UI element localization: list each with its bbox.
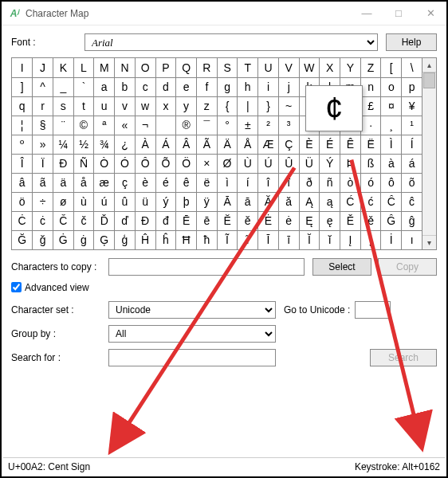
- grid-cell[interactable]: ĩ: [238, 230, 258, 249]
- grid-cell[interactable]: j: [278, 77, 299, 96]
- grid-cell[interactable]: À: [135, 135, 155, 154]
- grid-cell[interactable]: ¥: [402, 96, 422, 116]
- grid-cell[interactable]: ¨: [53, 116, 73, 135]
- grid-cell[interactable]: O: [135, 58, 155, 77]
- grid-cell[interactable]: y: [176, 96, 197, 116]
- grid-cell[interactable]: w: [135, 96, 155, 116]
- grid-cell[interactable]: Ô: [135, 154, 155, 173]
- grid-cell[interactable]: à: [381, 154, 402, 173]
- grid-cell[interactable]: }: [258, 96, 279, 116]
- grid-cell[interactable]: ę: [320, 211, 340, 230]
- grid-cell[interactable]: Ď: [94, 211, 115, 230]
- grid-cell[interactable]: û: [115, 192, 136, 211]
- grid-cell[interactable]: ò: [340, 173, 361, 192]
- grid-cell[interactable]: Á: [155, 135, 176, 154]
- grid-cell[interactable]: h: [238, 77, 258, 96]
- grid-cell[interactable]: Ġ: [53, 230, 73, 249]
- grid-cell[interactable]: ·: [360, 116, 381, 135]
- scroll-track[interactable]: [422, 72, 436, 235]
- grid-cell[interactable]: K: [53, 58, 73, 77]
- grid-cell[interactable]: Ċ: [12, 211, 33, 230]
- grid-scrollbar[interactable]: ▴ ▾: [422, 58, 437, 250]
- grid-cell[interactable]: ó: [360, 173, 381, 192]
- grid-cell[interactable]: u: [94, 96, 115, 116]
- grid-cell[interactable]: Ā: [217, 192, 238, 211]
- grid-cell[interactable]: é: [155, 173, 176, 192]
- grid-cell[interactable]: ü: [135, 192, 155, 211]
- grid-cell[interactable]: º: [12, 135, 33, 154]
- grid-cell[interactable]: J: [33, 58, 53, 77]
- grid-cell[interactable]: q: [12, 96, 33, 116]
- grid-cell[interactable]: °: [217, 116, 238, 135]
- grid-cell[interactable]: Ü: [299, 154, 320, 173]
- grid-cell[interactable]: Ĭ: [299, 230, 320, 249]
- minimize-button[interactable]: —: [351, 2, 383, 25]
- grid-cell[interactable]: Ğ: [12, 230, 33, 249]
- grid-cell[interactable]: î: [258, 173, 279, 192]
- characters-to-copy-input[interactable]: [108, 258, 305, 276]
- grid-cell[interactable]: Í: [402, 135, 422, 154]
- font-select[interactable]: Arial: [84, 33, 378, 51]
- grid-cell[interactable]: ç: [115, 173, 136, 192]
- grid-cell[interactable]: Å: [238, 135, 258, 154]
- grid-cell[interactable]: _: [53, 77, 73, 96]
- grid-cell[interactable]: Ą: [299, 192, 320, 211]
- grid-cell[interactable]: Ģ: [94, 230, 115, 249]
- grid-cell[interactable]: Ĉ: [381, 192, 402, 211]
- grid-cell[interactable]: â: [12, 173, 33, 192]
- grid-cell[interactable]: Ĝ: [381, 211, 402, 230]
- grid-cell[interactable]: İ: [381, 230, 402, 249]
- grid-cell[interactable]: Õ: [155, 154, 176, 173]
- grid-cell[interactable]: Ã: [196, 135, 217, 154]
- grid-cell[interactable]: į: [360, 230, 381, 249]
- search-button[interactable]: Search: [370, 349, 437, 366]
- grid-cell[interactable]: ð: [299, 173, 320, 192]
- advanced-view-checkbox[interactable]: Advanced view: [11, 282, 437, 293]
- grid-cell[interactable]: Ĩ: [217, 230, 238, 249]
- grid-cell[interactable]: ÿ: [196, 192, 217, 211]
- grid-cell[interactable]: á: [402, 154, 422, 173]
- grid-cell[interactable]: ê: [176, 173, 197, 192]
- grid-cell[interactable]: ¤: [381, 96, 402, 116]
- grid-cell[interactable]: Â: [176, 135, 197, 154]
- grid-cell[interactable]: Ä: [217, 135, 238, 154]
- grid-cell[interactable]: ©: [73, 116, 94, 135]
- grid-cell[interactable]: §: [33, 116, 53, 135]
- grid-cell[interactable]: c: [135, 77, 155, 96]
- grid-cell[interactable]: ą: [320, 192, 340, 211]
- grid-cell[interactable]: Ħ: [176, 230, 197, 249]
- grid-cell[interactable]: ±: [238, 116, 258, 135]
- grid-cell[interactable]: Đ: [135, 211, 155, 230]
- grid-cell[interactable]: Į: [340, 230, 361, 249]
- grid-cell[interactable]: Ī: [258, 230, 279, 249]
- grid-cell[interactable]: Ù: [238, 154, 258, 173]
- grid-cell[interactable]: ı: [402, 230, 422, 249]
- grid-cell[interactable]: ā: [238, 192, 258, 211]
- copy-button[interactable]: Copy: [378, 258, 437, 276]
- grid-cell[interactable]: ú: [94, 192, 115, 211]
- grid-cell[interactable]: o: [381, 77, 402, 96]
- grid-cell[interactable]: Ï: [33, 154, 53, 173]
- grid-cell[interactable]: R: [196, 58, 217, 77]
- grid-cell[interactable]: v: [115, 96, 136, 116]
- grid-cell[interactable]: ö: [12, 192, 33, 211]
- charset-select[interactable]: Unicode: [108, 301, 276, 319]
- grid-cell[interactable]: `: [73, 77, 94, 96]
- scroll-down-button[interactable]: ▾: [422, 235, 436, 249]
- grid-cell[interactable]: ø: [53, 192, 73, 211]
- grid-cell[interactable]: ®: [176, 116, 197, 135]
- grid-cell[interactable]: ä: [53, 173, 73, 192]
- grid-cell[interactable]: ĥ: [155, 230, 176, 249]
- select-button[interactable]: Select: [312, 258, 371, 276]
- scroll-thumb[interactable]: [423, 72, 435, 88]
- close-button[interactable]: ✕: [415, 2, 446, 25]
- grid-cell[interactable]: L: [73, 58, 94, 77]
- grid-cell[interactable]: I: [12, 58, 33, 77]
- grid-cell[interactable]: «: [115, 116, 136, 135]
- grid-cell[interactable]: f: [196, 77, 217, 96]
- goto-unicode-input[interactable]: [355, 301, 391, 319]
- grid-cell[interactable]: s: [53, 96, 73, 116]
- grid-cell[interactable]: U: [258, 58, 279, 77]
- grid-cell[interactable]: ď: [115, 211, 136, 230]
- grid-cell[interactable]: d: [155, 77, 176, 96]
